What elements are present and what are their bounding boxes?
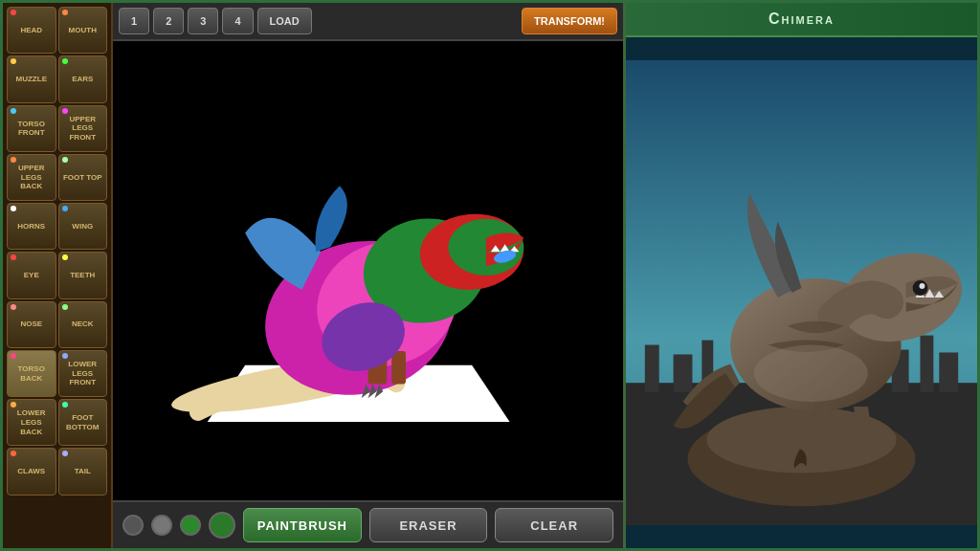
slot-4-button[interactable]: 4 (222, 8, 253, 34)
svg-rect-12 (391, 351, 406, 385)
teeth-dot (62, 254, 68, 260)
sidebar-btn-lower-legs-back[interactable]: LOWER LEGS BACK (7, 399, 56, 446)
eye-dot (11, 254, 16, 260)
sidebar-btn-lower-legs-front[interactable]: LOWER LEGS FRONT (58, 350, 108, 397)
panel-header: Chimera (626, 3, 977, 37)
slot-2-button[interactable]: 2 (153, 8, 184, 34)
muzzle-dot (11, 58, 16, 64)
svg-rect-20 (674, 354, 693, 392)
sidebar-btn-upper-legs-front[interactable]: UPPER LEGS FRONT (58, 105, 108, 152)
sidebar-btn-teeth[interactable]: TEETH (58, 252, 108, 298)
sidebar-btn-torso-front[interactable]: TORSO FRONT (7, 105, 56, 152)
upper-legs-back-dot (11, 157, 16, 163)
foot-bottom-dot (62, 402, 68, 408)
svg-rect-19 (645, 345, 659, 393)
sidebar-btn-nose[interactable]: NOSE (7, 301, 56, 348)
sidebar: HEAD MOUTH MUZZLE EARS TORSO FRONT UPPER… (3, 3, 113, 548)
clear-button[interactable]: CLEAR (495, 508, 613, 542)
lower-legs-back-dot (11, 402, 16, 408)
paintbrush-button[interactable]: PAINTBRUSH (243, 508, 362, 542)
brush-size-medium[interactable] (151, 515, 172, 536)
transform-button[interactable]: TRANSFORM! (522, 8, 617, 34)
sidebar-btn-head[interactable]: HEAD (7, 7, 56, 54)
sidebar-btn-torso-back[interactable]: TORSO BACK (7, 350, 56, 397)
torso-back-dot (11, 353, 16, 359)
slot-1-button[interactable]: 1 (119, 8, 149, 34)
mouth-dot (62, 10, 68, 15)
sidebar-btn-claws[interactable]: CLAWS (7, 448, 56, 495)
ears-dot (62, 58, 68, 64)
wing-dot (62, 206, 68, 211)
bottom-bar: PAINTBRUSH ERASER CLEAR (113, 500, 623, 548)
nose-dot (11, 304, 16, 310)
panel-title: Chimera (768, 11, 835, 28)
sidebar-btn-eye[interactable]: EYE (7, 252, 56, 298)
drawing-canvas[interactable] (113, 41, 623, 500)
svg-rect-24 (939, 352, 958, 392)
brush-size-large[interactable] (180, 515, 201, 536)
load-button[interactable]: LOAD (257, 8, 312, 34)
brush-size-small[interactable] (122, 515, 144, 536)
sidebar-btn-foot-bottom[interactable]: FOOT BOTTOM (58, 399, 108, 446)
sidebar-btn-mouth[interactable]: MOUTH (58, 7, 108, 54)
sidebar-btn-muzzle[interactable]: MUZZLE (7, 55, 56, 102)
head-dot (11, 10, 16, 15)
sidebar-btn-upper-legs-back[interactable]: UPPER LEGS BACK (7, 154, 56, 201)
sidebar-btn-neck[interactable]: NECK (58, 301, 108, 348)
sidebar-btn-horns[interactable]: HORNS (7, 203, 56, 250)
foot-top-dot (62, 157, 68, 163)
lower-legs-front-dot (62, 353, 68, 359)
torso-front-dot (11, 108, 16, 114)
tail-dot (62, 451, 68, 456)
svg-rect-23 (920, 336, 933, 393)
slot-3-button[interactable]: 3 (188, 8, 218, 34)
brush-size-xlarge[interactable] (209, 512, 235, 539)
horns-dot (11, 206, 16, 211)
sidebar-btn-tail[interactable]: TAIL (58, 448, 108, 495)
svg-point-34 (754, 345, 868, 403)
chimera-preview (626, 37, 977, 548)
sidebar-btn-foot-top[interactable]: FOOT TOP (58, 154, 108, 201)
claws-dot (11, 451, 16, 456)
eraser-button[interactable]: ERASER (369, 508, 488, 542)
sidebar-btn-ears[interactable]: EARS (58, 55, 108, 102)
toolbar: 1 2 3 4 LOAD TRANSFORM! (113, 3, 623, 41)
right-panel: Chimera (623, 3, 977, 548)
neck-dot (62, 304, 68, 310)
upper-legs-front-dot (62, 108, 68, 114)
svg-point-33 (919, 283, 924, 289)
sidebar-btn-wing[interactable]: WING (58, 203, 108, 250)
main-area: 1 2 3 4 LOAD TRANSFORM! (113, 3, 623, 548)
